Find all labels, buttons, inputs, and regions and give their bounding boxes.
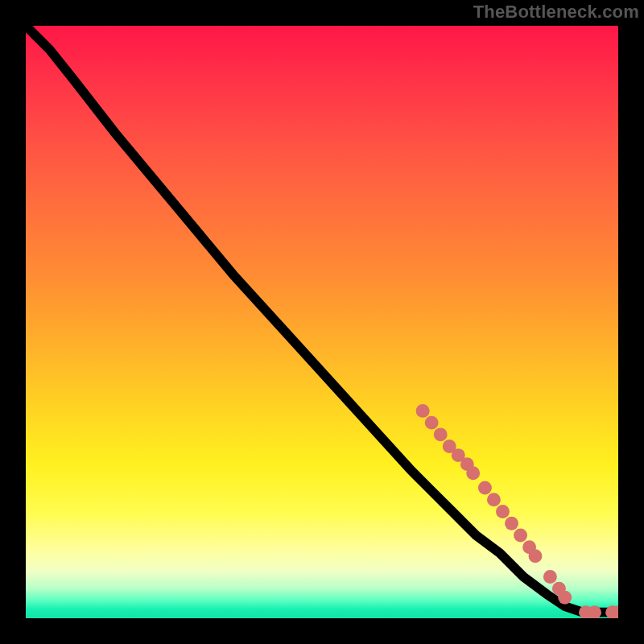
plot-area [26,26,618,618]
bottleneck-curve [26,26,618,613]
highlight-dot [487,493,501,506]
highlight-dot [528,549,542,563]
highlight-dot [478,481,492,495]
highlight-dot [558,591,572,605]
chart-svg [26,26,618,618]
watermark-text: TheBottleneck.com [473,2,639,23]
highlight-dot [425,416,439,430]
highlight-dot [496,505,510,518]
highlight-dot [505,517,518,530]
highlight-dot [466,466,480,480]
highlight-dot [416,404,430,418]
highlight-dot [543,570,557,584]
highlight-dot [434,427,448,441]
highlight-dot [514,528,527,542]
chart-container: TheBottleneck.com [0,0,644,644]
